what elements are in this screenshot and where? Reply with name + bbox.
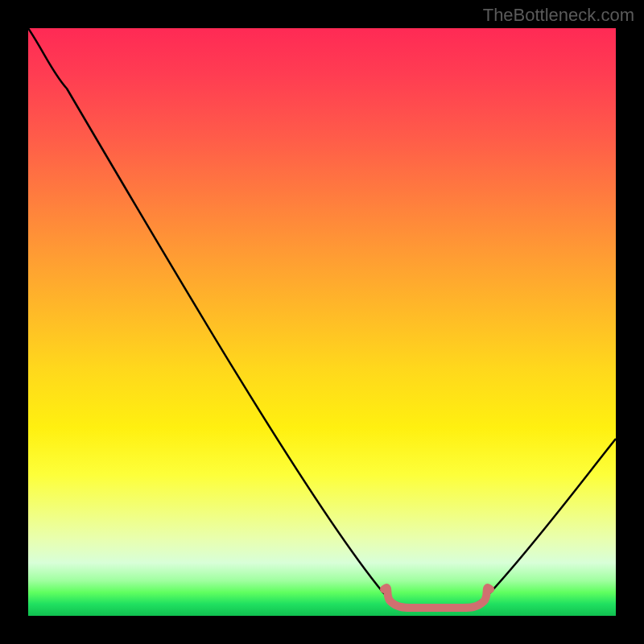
chart-plot-area [28, 28, 616, 616]
bottleneck-curve [28, 28, 616, 608]
attribution-text: TheBottleneck.com [483, 5, 634, 26]
chart-svg [28, 28, 616, 616]
optimal-band-marker [384, 588, 490, 608]
